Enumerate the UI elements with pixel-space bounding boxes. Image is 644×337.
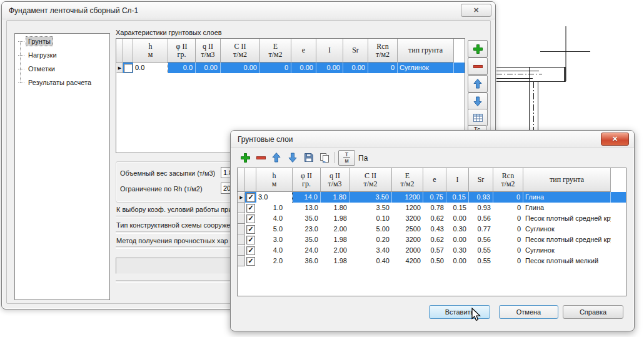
cell: 0.50 — [423, 256, 446, 266]
row-indicator: ▶ — [116, 63, 123, 73]
cell: 1200 — [392, 203, 423, 213]
cell: 0.56 — [469, 213, 493, 224]
checkbox-checked[interactable]: ✓ — [246, 246, 255, 255]
column-header[interactable]: I — [446, 168, 469, 192]
checkbox-checked[interactable]: ✓ — [246, 236, 255, 244]
checkbox-checked[interactable]: ✓ — [246, 225, 255, 234]
move-layer-down-button[interactable] — [286, 151, 299, 164]
move-layer-up-button[interactable] — [269, 151, 283, 164]
column-header[interactable] — [238, 168, 245, 192]
cell: 0.55 — [469, 256, 493, 266]
foundation-dialog-titlebar[interactable]: Фундамент ленточный сборный Сл-1 ✕ — [2, 2, 495, 19]
column-header[interactable]: C IIт/м2 — [350, 168, 392, 192]
table-row[interactable]: ▶0.00.00.000.0000.000.000.000Суглинок — [116, 63, 465, 73]
insert-button[interactable]: Вставить — [429, 305, 490, 319]
checkbox-unchecked[interactable] — [124, 64, 133, 73]
column-header[interactable]: e — [291, 39, 316, 63]
cell: 0 — [493, 234, 523, 245]
table-row[interactable]: ✓4.035.01.980.1032000.620.000.560Песок п… — [238, 213, 626, 224]
table-row[interactable]: ▶✓3.014.01.803.5012000.750.150.930Глина — [238, 192, 626, 203]
save-button[interactable] — [302, 151, 316, 164]
cell: 0.93 — [469, 203, 493, 213]
remove-layer-button[interactable] — [254, 151, 268, 164]
table-row[interactable]: ✓4.024.02.003.4020000.570.300.550Суглино… — [238, 245, 626, 256]
cell: 2.0 — [256, 256, 293, 266]
close-icon[interactable]: ✕ — [461, 4, 491, 17]
cell: 0 — [493, 192, 523, 203]
cell: 2000 — [392, 245, 423, 256]
remove-row-button[interactable] — [468, 58, 488, 75]
sidebar-item-0[interactable]: Грунты — [16, 36, 53, 46]
sidebar-item-label: Отметки — [26, 64, 57, 73]
add-row-button[interactable] — [468, 40, 488, 58]
column-header[interactable]: тип грунта — [398, 39, 454, 63]
cell: 3200 — [392, 213, 423, 224]
cell: 0.00 — [446, 213, 469, 224]
cell: 0.40 — [350, 256, 392, 266]
units-tm-toggle[interactable]: Т м — [338, 150, 355, 166]
column-header[interactable]: тип грунта — [523, 168, 611, 192]
column-header[interactable]: hм — [256, 168, 293, 192]
row-check-cell: ✓ — [245, 213, 256, 224]
column-header[interactable]: q IIт/м3 — [196, 39, 221, 63]
table-row[interactable]: ✓1.013.01.803.5012000.780.150.930Глина — [238, 203, 626, 213]
table-row[interactable]: ✓2.036.01.980.4042000.500.000.550Песок п… — [238, 256, 626, 266]
close-icon[interactable]: ✕ — [601, 133, 629, 146]
column-header[interactable]: q IIт/м3 — [321, 168, 350, 192]
column-header[interactable]: hм — [133, 39, 168, 63]
column-header[interactable]: Rcnт/м2 — [493, 168, 523, 192]
cell: 35.0 — [293, 213, 321, 224]
cell: 1.80 — [321, 203, 350, 213]
row-check-cell: ✓ — [245, 256, 256, 266]
move-down-button[interactable] — [468, 93, 488, 110]
toolbar-separator — [334, 152, 335, 163]
column-header[interactable]: Sr — [469, 168, 493, 192]
down-arrow-icon — [287, 152, 298, 163]
cell: 0 — [493, 256, 523, 266]
sidebar-item-1[interactable]: Нагрузки — [16, 50, 59, 60]
cancel-button[interactable]: Отмена — [499, 305, 558, 319]
cell: 0.00 — [343, 63, 368, 73]
column-header[interactable] — [116, 39, 123, 63]
soil-layers-table[interactable]: hмφ IIгр.q IIт/м3C IIт/м2Eт/м2eISrRcnт/м… — [237, 168, 626, 296]
column-header[interactable] — [245, 168, 256, 192]
column-header[interactable]: I — [316, 39, 343, 63]
plus-icon — [240, 153, 251, 163]
copy-button[interactable] — [318, 151, 331, 164]
plus-icon — [473, 44, 483, 54]
cell: 1.98 — [321, 213, 350, 224]
down-arrow-icon — [472, 96, 483, 107]
help-button[interactable]: Справка — [563, 305, 623, 319]
navigation-tree: ГрунтыНагрузкиОтметкиРезультаты расчета — [14, 33, 110, 300]
column-header[interactable]: φ IIгр. — [168, 39, 196, 63]
cell: 0.75 — [423, 192, 446, 203]
table-row[interactable]: ✓3.035.01.980.2032000.620.000.560Песок п… — [238, 234, 626, 245]
row-check-cell: ✓ — [245, 224, 256, 234]
column-header[interactable] — [123, 39, 133, 63]
sidebar-item-2[interactable]: Отметки — [16, 64, 57, 74]
move-up-button[interactable] — [468, 75, 488, 93]
column-header[interactable]: e — [423, 168, 446, 192]
column-header[interactable]: Eт/м2 — [392, 168, 423, 192]
cell: 0.78 — [423, 203, 446, 213]
checkbox-checked[interactable]: ✓ — [246, 214, 255, 223]
column-header[interactable]: C IIт/м2 — [221, 39, 260, 63]
cell: 0.00 — [446, 234, 469, 245]
tree-connector-lines — [20, 41, 21, 83]
cell: 0.00 — [221, 63, 260, 73]
checkbox-checked[interactable]: ✓ — [246, 193, 255, 202]
sidebar-item-3[interactable]: Результаты расчета — [16, 78, 93, 88]
layers-table-button[interactable] — [468, 109, 488, 126]
cell: 0.43 — [423, 224, 446, 234]
column-header[interactable]: Rcnт/м2 — [368, 39, 398, 63]
checkbox-checked[interactable]: ✓ — [246, 257, 255, 266]
column-header[interactable]: Eт/м2 — [260, 39, 291, 63]
add-layer-button[interactable] — [238, 151, 252, 164]
column-header[interactable]: Sr — [343, 39, 368, 63]
soil-layers-titlebar[interactable]: Грунтовые слои ✕ — [231, 131, 634, 148]
checkbox-checked[interactable]: ✓ — [246, 204, 255, 213]
column-header[interactable]: φ IIгр. — [293, 168, 321, 192]
table-row[interactable]: ✓5.023.02.005.0025000.430.300.770Суглино… — [238, 224, 626, 234]
cell: 4.0 — [256, 213, 293, 224]
soil-layers-dialog: Грунтовые слои ✕ — [230, 130, 635, 331]
